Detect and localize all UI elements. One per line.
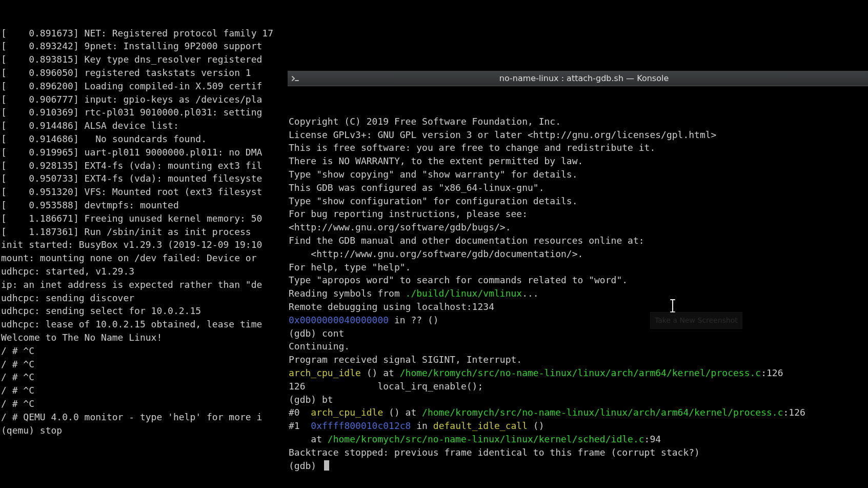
gdb-banner-line: <http://www.gnu.org/software/gdb/bugs/>. <box>289 221 867 234</box>
gdb-frame-0: #0 arch_cpu_idle () at /home/kromych/src… <box>289 406 867 419</box>
block-cursor <box>324 460 329 471</box>
gdb-banner-line: There is NO WARRANTY, to the extent perm… <box>289 154 867 168</box>
gdb-src-line: 126 local_irq_enable(); <box>289 380 867 393</box>
gdb-banner-line: Type "show configuration" for configurat… <box>289 194 867 208</box>
gdb-banner-line: License GPLv3+: GNU GPL version 3 or lat… <box>289 128 867 142</box>
gdb-frame-1: #1 0xffff800010c012c8 in default_idle_ca… <box>289 419 867 433</box>
window-title: no-name-linux : attach-gdb.sh — Konsole <box>303 72 865 85</box>
gdb-cmd: (gdb) bt <box>289 393 867 406</box>
gdb-frame-1-at: at /home/kromych/src/no-name-linux/linux… <box>289 433 867 446</box>
gdb-banner-line: Type "apropos word" to search for comman… <box>289 274 867 287</box>
gdb-banner-line: Type "show copying" and "show warranty" … <box>289 168 867 181</box>
screenshot-tooltip: Take a New Screenshot <box>650 312 742 329</box>
gdb-terminal[interactable]: Copyright (C) 2019 Free Software Foundat… <box>288 113 868 475</box>
gdb-reading-symbols: Reading symbols from ./build/linux/vmlin… <box>289 287 867 300</box>
kernel-log-line: [ 0.891673] NET: Registered protocol fam… <box>1 27 867 40</box>
gdb-banner-line: Find the GDB manual and other documentat… <box>289 234 867 247</box>
gdb-bt-stopped: Backtrace stopped: previous frame identi… <box>289 446 867 459</box>
gdb-cmd: (gdb) cont <box>289 327 867 340</box>
gdb-remote-debug: Remote debugging using localhost:1234 <box>289 300 867 314</box>
terminal-icon <box>291 74 300 83</box>
konsole-window: no-name-linux : attach-gdb.sh — Konsole … <box>288 45 868 488</box>
gdb-sigint: Program received signal SIGINT, Interrup… <box>289 353 867 366</box>
gdb-continuing: Continuing. <box>289 340 867 353</box>
gdb-prompt: (gdb) <box>289 459 867 473</box>
gdb-initial-stop: 0x0000000040000000 in ?? () <box>289 314 867 327</box>
window-titlebar[interactable]: no-name-linux : attach-gdb.sh — Konsole <box>288 71 868 86</box>
gdb-banner-line: For bug reporting instructions, please s… <box>289 207 867 221</box>
gdb-banner-line: This is free software: you are free to c… <box>289 141 867 154</box>
gdb-banner-line: This GDB was configured as "x86_64-linux… <box>289 181 867 194</box>
gdb-stop-location: arch_cpu_idle () at /home/kromych/src/no… <box>289 366 867 380</box>
gdb-banner-line: <http://www.gnu.org/software/gdb/documen… <box>289 247 867 261</box>
gdb-banner-line: Copyright (C) 2019 Free Software Foundat… <box>289 115 867 128</box>
gdb-banner-line: For help, type "help". <box>289 261 867 274</box>
